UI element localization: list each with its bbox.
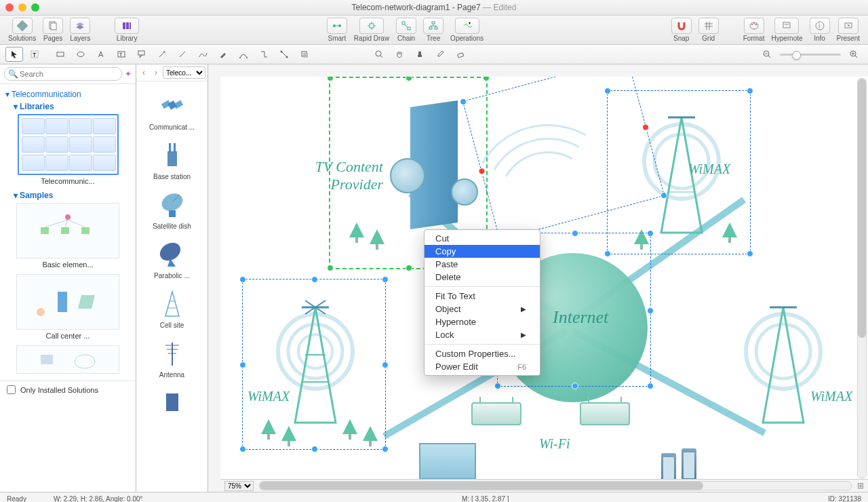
horizontal-ruler[interactable] bbox=[220, 64, 868, 77]
menu-custom-props[interactable]: Custom Properties... bbox=[425, 347, 540, 360]
menu-paste[interactable]: Paste bbox=[425, 258, 540, 271]
spline-tool[interactable] bbox=[194, 47, 212, 62]
text-tool[interactable]: A bbox=[92, 47, 110, 62]
sample-thumb-2[interactable] bbox=[16, 274, 119, 330]
svg-rect-9 bbox=[370, 24, 374, 28]
bezier-tool[interactable] bbox=[235, 47, 252, 62]
only-installed-row[interactable]: Only Installed Solutions bbox=[0, 381, 136, 398]
svg-rect-15 bbox=[408, 27, 410, 30]
zoom-select[interactable]: 75% bbox=[224, 481, 254, 491]
grid-button[interactable]: Grid bbox=[696, 18, 722, 42]
label-wifi[interactable]: Wi-Fi bbox=[539, 436, 570, 452]
pen-tool[interactable] bbox=[214, 47, 232, 62]
sample-thumb-3[interactable] bbox=[16, 345, 119, 374]
wizard-icon[interactable]: ✦ bbox=[125, 69, 132, 79]
shape-antenna[interactable]: Antenna bbox=[136, 332, 208, 381]
operations-button[interactable]: ▾Operations bbox=[448, 18, 486, 42]
next-lib-icon[interactable]: › bbox=[151, 67, 161, 78]
rapid-draw-button[interactable]: Rapid Draw bbox=[351, 18, 392, 42]
tree-samples[interactable]: ▾ Samples bbox=[14, 191, 130, 200]
selection-5[interactable] bbox=[607, 90, 751, 254]
search-input[interactable] bbox=[4, 67, 122, 81]
svg-point-46 bbox=[376, 51, 381, 56]
menu-delete[interactable]: Delete bbox=[425, 271, 540, 284]
tree-button[interactable]: Tree bbox=[420, 18, 446, 42]
solutions-tree[interactable]: ▾ Telecommunication ▾ Libraries Telecomm… bbox=[0, 84, 136, 381]
only-installed-checkbox[interactable] bbox=[7, 385, 16, 394]
svg-rect-74 bbox=[174, 143, 176, 153]
menu-lock[interactable]: Lock▶ bbox=[425, 328, 540, 341]
callout-tool[interactable] bbox=[133, 47, 151, 62]
library-button[interactable]: Library bbox=[112, 18, 142, 42]
tree-libraries[interactable]: ▾ Libraries bbox=[14, 102, 130, 111]
library-selector[interactable]: Teleco... bbox=[163, 66, 205, 79]
phone-icon[interactable] bbox=[661, 453, 676, 480]
phone-icon-2[interactable] bbox=[682, 448, 696, 480]
rect-tool[interactable] bbox=[52, 47, 69, 62]
window-title: Telecom-network-diagram1 - Page7 — Edite… bbox=[0, 3, 868, 12]
router-icon-2[interactable] bbox=[580, 402, 630, 425]
solutions-button[interactable]: Solutions bbox=[5, 18, 39, 42]
text-select-tool[interactable]: T bbox=[26, 47, 43, 62]
pages-button[interactable]: Pages bbox=[40, 18, 66, 42]
arrow-tool[interactable] bbox=[153, 47, 171, 62]
shadow-tool[interactable] bbox=[296, 47, 313, 62]
context-menu[interactable]: Cut Copy Paste Delete Fit To Text Object… bbox=[424, 229, 540, 376]
svg-rect-48 bbox=[418, 55, 422, 57]
shapes-list[interactable]: Communicat ... Base station Satellite di… bbox=[136, 81, 208, 492]
connector-tool[interactable] bbox=[255, 47, 273, 62]
smart-button[interactable]: Smart bbox=[324, 18, 350, 42]
tower-icon-3[interactable] bbox=[743, 287, 824, 429]
hypernote-button[interactable]: Hypernote bbox=[768, 18, 805, 42]
zoom-out-icon[interactable] bbox=[758, 47, 776, 62]
layers-button[interactable]: Layers bbox=[67, 18, 93, 42]
eraser-tool[interactable] bbox=[452, 47, 469, 62]
shape-base-station[interactable]: Base station bbox=[136, 134, 208, 183]
zoom-tool[interactable] bbox=[370, 47, 388, 62]
line-tool[interactable] bbox=[174, 47, 191, 62]
zoom-slider[interactable] bbox=[780, 54, 841, 56]
shape-server[interactable] bbox=[136, 381, 208, 423]
library-thumbnail[interactable] bbox=[18, 114, 119, 175]
svg-rect-32 bbox=[57, 52, 64, 56]
menu-object[interactable]: Object▶ bbox=[425, 303, 540, 315]
pointer-tool[interactable] bbox=[5, 47, 23, 62]
svg-rect-4 bbox=[126, 22, 129, 29]
smart-connector-tool[interactable] bbox=[275, 47, 293, 62]
stamp-tool[interactable] bbox=[411, 47, 429, 62]
snap-button[interactable]: Snap bbox=[669, 18, 694, 42]
sample-thumb-1[interactable] bbox=[16, 203, 119, 258]
zoom-controls[interactable] bbox=[758, 47, 863, 62]
horizontal-scrollbar[interactable] bbox=[259, 481, 852, 490]
shape-parabolic[interactable]: Parabolic ... bbox=[136, 233, 208, 282]
vertical-scrollbar[interactable] bbox=[857, 78, 867, 478]
present-button[interactable]: Present bbox=[834, 18, 863, 42]
menu-fit[interactable]: Fit To Text bbox=[425, 290, 540, 303]
eyedropper-tool[interactable] bbox=[431, 47, 449, 62]
menu-cut[interactable]: Cut bbox=[425, 232, 540, 245]
view-mode-icon[interactable]: ⊞ bbox=[857, 481, 864, 490]
tree-root[interactable]: ▾ Telecommunication bbox=[5, 90, 130, 99]
shape-cell-site[interactable]: Cell site bbox=[136, 282, 208, 332]
canvas[interactable]: Internet TV Content Provider WiMAX WiMAX… bbox=[220, 77, 868, 480]
info-button[interactable]: iInfo bbox=[807, 18, 833, 42]
menu-hypernote[interactable]: Hypernote bbox=[425, 315, 540, 328]
prev-lib-icon[interactable]: ‹ bbox=[138, 67, 149, 78]
router-icon[interactable] bbox=[471, 402, 521, 425]
laptop-icon[interactable] bbox=[410, 443, 485, 480]
menu-copy[interactable]: Copy bbox=[425, 245, 540, 258]
zoom-in-icon[interactable] bbox=[845, 47, 863, 62]
hand-tool[interactable] bbox=[391, 47, 408, 62]
vertical-ruler[interactable] bbox=[208, 64, 221, 492]
svg-point-99 bbox=[756, 324, 810, 379]
menu-power-edit[interactable]: Power EditF6 bbox=[425, 360, 540, 373]
label-wimax-3[interactable]: WiMAX bbox=[810, 389, 852, 404]
textbox-tool[interactable]: T bbox=[113, 47, 130, 62]
svg-line-38 bbox=[159, 52, 165, 57]
shape-satellite-dish[interactable]: Satellite dish bbox=[136, 183, 208, 233]
chain-button[interactable]: Chain bbox=[393, 18, 419, 42]
selection-3[interactable] bbox=[242, 279, 386, 450]
shape-satellite[interactable]: Communicat ... bbox=[136, 84, 208, 134]
format-button[interactable]: Format bbox=[741, 18, 768, 42]
ellipse-tool[interactable] bbox=[72, 47, 90, 62]
